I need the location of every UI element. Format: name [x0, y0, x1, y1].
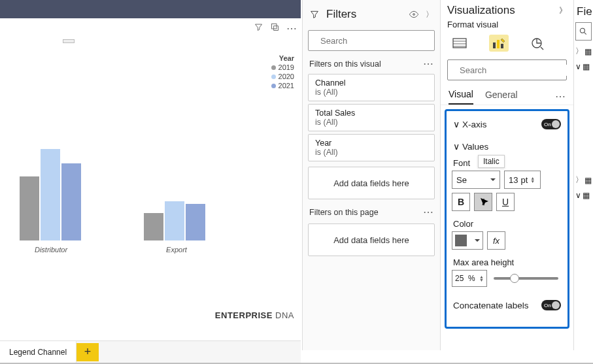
fields-table-row[interactable]: ∨▦ — [574, 188, 593, 203]
add-page-button[interactable]: + — [76, 343, 99, 361]
format-mode-row — [441, 33, 573, 57]
add-fields-visual[interactable]: Add data fields here — [308, 167, 435, 199]
build-visual-button[interactable] — [450, 35, 469, 52]
underline-button[interactable]: U — [496, 193, 515, 211]
format-search[interactable] — [447, 59, 567, 80]
xaxis-header[interactable]: ∨X-axis — [453, 119, 487, 129]
legend-dot-icon — [271, 74, 276, 79]
filters-page-label: Filters on this page — [309, 208, 379, 217]
filter-card-channel[interactable]: Channel is (All) — [308, 74, 435, 101]
analytics-button[interactable] — [528, 35, 548, 52]
fields-table-row[interactable]: 〉▦ — [574, 43, 593, 59]
svg-rect-0 — [272, 24, 277, 29]
values-header[interactable]: ∨Values — [453, 141, 488, 152]
cursor-icon — [480, 197, 490, 209]
italic-tooltip: Italic — [478, 155, 505, 168]
legend-label: 2020 — [279, 73, 294, 80]
format-visual-button[interactable] — [489, 35, 509, 52]
bar-group — [20, 149, 81, 240]
legend-dot-icon — [271, 84, 276, 88]
color-swatch-icon — [455, 235, 467, 246]
svg-point-1 — [413, 14, 415, 16]
xaxis-toggle[interactable]: On — [541, 119, 561, 129]
bold-button[interactable]: B — [452, 193, 470, 211]
drag-handle-icon[interactable] — [63, 39, 75, 43]
eye-icon[interactable] — [409, 9, 419, 20]
fields-table-row[interactable]: 〉▦ — [574, 172, 593, 188]
bar-chart: Distributor Export — [20, 129, 235, 254]
tab-visual[interactable]: Visual — [449, 89, 473, 105]
stepper-icon[interactable]: ▲▼ — [479, 275, 484, 282]
legend-label: 2021 — [279, 82, 294, 90]
chart-legend: Year 2019 2020 2021 — [271, 54, 294, 91]
pct-unit: % — [468, 274, 475, 283]
filter-card-totalsales[interactable]: Total Sales is (All) — [308, 104, 435, 131]
focus-mode-icon[interactable] — [270, 22, 280, 34]
filters-search-input[interactable] — [319, 35, 432, 46]
max-area-slider[interactable] — [494, 277, 558, 280]
more-icon[interactable]: ⋯ — [423, 58, 433, 70]
filter-card-title: Total Sales — [315, 108, 428, 118]
filters-pane: Filters 〉 Filters on this visual ⋯ Chann… — [302, 0, 441, 350]
legend-item[interactable]: 2021 — [271, 82, 294, 90]
stepper-icon[interactable]: ▲▼ — [530, 176, 535, 183]
format-properties-box: ∨X-axis On ∨Values Font Se 13 pt ▲▼ Ital… — [445, 109, 569, 329]
filter-card-sub: is (All) — [315, 118, 428, 127]
more-icon[interactable]: ⋯ — [555, 90, 566, 103]
font-family-select[interactable]: Se — [452, 171, 500, 189]
concatenate-toggle[interactable]: On — [541, 300, 561, 310]
fields-table-row[interactable]: ∨▦ — [574, 59, 593, 74]
font-family-value: Se — [456, 175, 467, 185]
svg-point-9 — [580, 28, 585, 33]
collapse-icon[interactable]: 》 — [559, 5, 567, 16]
chart-bar[interactable] — [20, 176, 39, 240]
filters-title: Filters — [326, 8, 402, 21]
x-axis-label: Distributor — [18, 246, 84, 254]
add-fields-page[interactable]: Add data fields here — [308, 223, 435, 256]
visualizations-pane: Visualizations 》 Format visual Visual Ge… — [441, 0, 574, 350]
chart-bar[interactable] — [165, 201, 184, 240]
legend-label: 2019 — [279, 63, 294, 71]
max-area-input[interactable]: 25 % ▲▼ — [452, 270, 487, 287]
italic-button[interactable]: I — [474, 193, 492, 211]
font-size-value: 13 — [509, 175, 518, 185]
legend-dot-icon — [271, 65, 276, 70]
watermark-bold: ENTERPRISE — [215, 310, 273, 320]
filter-icon[interactable] — [254, 22, 263, 34]
fields-pane: Fie 〉▦ ∨▦ 〉▦ ∨▦ — [574, 0, 593, 350]
fields-title: Fie — [574, 0, 593, 20]
tab-general[interactable]: General — [485, 90, 518, 104]
pct-value: 25 — [455, 274, 464, 283]
slider-thumb[interactable] — [510, 274, 519, 283]
more-icon[interactable]: ⋯ — [423, 206, 433, 218]
svg-rect-4 — [493, 42, 496, 48]
bar-group — [144, 201, 205, 240]
fields-search[interactable] — [575, 22, 592, 41]
collapse-icon[interactable]: 〉 — [426, 9, 433, 20]
filter-card-sub: is (All) — [315, 148, 428, 157]
chart-bar[interactable] — [186, 204, 205, 240]
concatenate-label: Concatenate labels — [453, 301, 529, 310]
font-label: Font — [453, 158, 562, 168]
filters-search[interactable] — [308, 30, 435, 51]
chevron-down-icon — [490, 178, 496, 184]
watermark-light: DNA — [273, 310, 294, 320]
format-search-input[interactable] — [458, 65, 571, 76]
font-unit: pt — [520, 175, 528, 185]
legend-item[interactable]: 2019 — [271, 63, 294, 71]
filter-card-title: Channel — [315, 78, 428, 88]
page-tab-active[interactable]: Legend Channel — [0, 341, 76, 363]
more-options-icon[interactable]: ⋯ — [286, 22, 297, 35]
fx-button[interactable]: fx — [487, 231, 505, 250]
chart-bar[interactable] — [41, 149, 60, 240]
format-visual-label: Format visual — [441, 17, 573, 33]
filter-card-title: Year — [315, 139, 428, 148]
max-area-label: Max area height — [453, 257, 562, 267]
chart-bar[interactable] — [61, 163, 81, 240]
color-picker[interactable] — [452, 231, 483, 250]
filter-card-year[interactable]: Year is (All) — [308, 134, 435, 161]
font-size-input[interactable]: 13 pt ▲▼ — [504, 171, 541, 189]
page-tabs: Legend Channel + — [0, 340, 301, 363]
legend-item[interactable]: 2020 — [271, 73, 294, 80]
chart-bar[interactable] — [144, 213, 163, 240]
